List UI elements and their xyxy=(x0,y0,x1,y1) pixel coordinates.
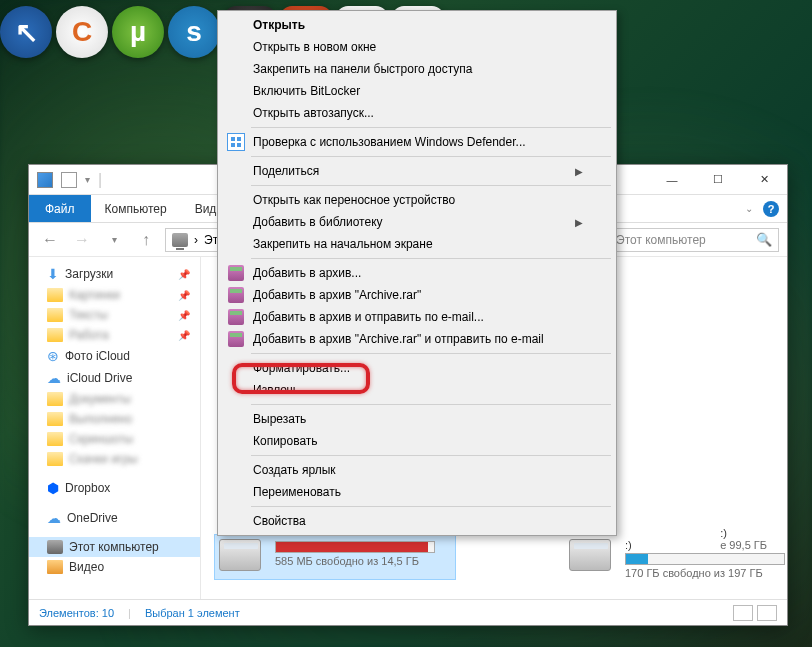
drive-free-text: 170 ГБ свободно из 197 ГБ xyxy=(625,567,785,579)
sidebar-item-2[interactable]: Картинки📌 xyxy=(29,285,200,305)
winrar-icon xyxy=(227,330,245,348)
ctx-separator xyxy=(251,156,611,157)
ctx-bitlocker[interactable]: Включить BitLocker xyxy=(221,80,613,102)
drive-usage-bar xyxy=(625,553,785,565)
ctx-archive-3[interactable]: Добавить в архив и отправить по e-mail..… xyxy=(221,306,613,328)
ctx-autorun[interactable]: Открыть автозапуск... xyxy=(221,102,613,124)
ctx-properties[interactable]: Свойства xyxy=(221,510,613,532)
sidebar-onedrive[interactable]: ☁OneDrive xyxy=(29,507,200,529)
download-icon: ⬇ xyxy=(47,266,59,282)
taskbar-icon-utorrent[interactable]: µ xyxy=(112,6,164,58)
sidebar-video[interactable]: Видео xyxy=(29,557,200,577)
ctx-cut[interactable]: Вырезать xyxy=(221,408,613,430)
tab-computer[interactable]: Компьютер xyxy=(91,195,181,222)
drive-selected[interactable]: 585 МБ свободно из 14,5 ГБ xyxy=(215,535,455,579)
sidebar-photo-icloud[interactable]: ⊛Фото iCloud xyxy=(29,345,200,367)
sidebar-item-10[interactable]: Скачки игры xyxy=(29,449,200,469)
pin-icon: 📌 xyxy=(178,330,190,341)
nav-up-button[interactable]: ↑ xyxy=(133,227,159,253)
taskbar-icon-1[interactable]: ↖ xyxy=(0,6,52,58)
sidebar-item-7[interactable]: Документы xyxy=(29,389,200,409)
maximize-button[interactable]: ☐ xyxy=(695,165,741,195)
ctx-separator xyxy=(251,258,611,259)
ctx-defender[interactable]: Проверка с использованием Windows Defend… xyxy=(221,131,613,153)
ctx-separator xyxy=(251,185,611,186)
ctx-open-new-window[interactable]: Открыть в новом окне xyxy=(221,36,613,58)
folder-icon xyxy=(47,392,63,406)
pc-icon xyxy=(172,233,188,247)
ctx-archive-4[interactable]: Добавить в архив "Archive.rar" и отправи… xyxy=(221,328,613,350)
svg-rect-3 xyxy=(237,143,241,147)
pc-icon xyxy=(47,540,63,554)
folder-icon xyxy=(47,412,63,426)
search-icon: 🔍 xyxy=(756,232,772,247)
taskbar-icon-ccleaner[interactable]: C xyxy=(56,6,108,58)
dropbox-icon: ⬢ xyxy=(47,480,59,496)
nav-history-dropdown[interactable]: ▾ xyxy=(101,227,127,253)
ctx-format[interactable]: Форматировать... xyxy=(221,357,613,379)
ctx-separator xyxy=(251,404,611,405)
ctx-pin-quick-access[interactable]: Закрепить на панели быстрого доступа xyxy=(221,58,613,80)
close-button[interactable]: ✕ xyxy=(741,165,787,195)
search-placeholder: Этот компьютер xyxy=(616,233,706,247)
ctx-open[interactable]: Открыть xyxy=(221,14,613,36)
pin-icon: 📌 xyxy=(178,310,190,321)
minimize-button[interactable]: — xyxy=(649,165,695,195)
ctx-portable-device[interactable]: Открыть как переносное устройство xyxy=(221,189,613,211)
pin-icon: 📌 xyxy=(178,290,190,301)
sidebar-icloud-drive[interactable]: ☁iCloud Drive xyxy=(29,367,200,389)
view-details-button[interactable] xyxy=(733,605,753,621)
search-input[interactable]: Этот компьютер 🔍 xyxy=(609,228,779,252)
icloud-icon: ☁ xyxy=(47,370,61,386)
sidebar-item-8[interactable]: Выполнено xyxy=(29,409,200,429)
ctx-separator xyxy=(251,506,611,507)
drive-icon xyxy=(219,539,261,571)
folder-icon xyxy=(47,432,63,446)
ctx-separator xyxy=(251,353,611,354)
drive-letter: :) xyxy=(625,539,785,551)
qat-properties-icon[interactable] xyxy=(61,172,77,188)
help-icon[interactable]: ? xyxy=(763,201,779,217)
ctx-copy[interactable]: Копировать xyxy=(221,430,613,452)
icloud-photo-icon: ⊛ xyxy=(47,348,59,364)
sidebar-item-3[interactable]: Тексты📌 xyxy=(29,305,200,325)
nav-forward-button[interactable]: → xyxy=(69,227,95,253)
status-selected: Выбран 1 элемент xyxy=(145,607,240,619)
folder-icon xyxy=(47,452,63,466)
winrar-icon xyxy=(227,264,245,282)
system-icon[interactable] xyxy=(37,172,53,188)
sidebar-item-4[interactable]: Работа📌 xyxy=(29,325,200,345)
drive-2[interactable]: :) 170 ГБ свободно из 197 ГБ xyxy=(565,535,787,579)
status-item-count: Элементов: 10 xyxy=(39,607,114,619)
chevron-right-icon: ▶ xyxy=(575,217,583,228)
context-menu: Открыть Открыть в новом окне Закрепить н… xyxy=(217,10,617,536)
ctx-separator xyxy=(251,127,611,128)
winrar-icon xyxy=(227,286,245,304)
nav-back-button[interactable]: ← xyxy=(37,227,63,253)
drive-icon xyxy=(569,539,611,571)
sidebar-dropbox[interactable]: ⬢Dropbox xyxy=(29,477,200,499)
view-icons-button[interactable] xyxy=(757,605,777,621)
video-icon xyxy=(47,560,63,574)
drive-free-text: 585 МБ свободно из 14,5 ГБ xyxy=(275,555,435,567)
ctx-shortcut[interactable]: Создать ярлык xyxy=(221,459,613,481)
ctx-rename[interactable]: Переименовать xyxy=(221,481,613,503)
ctx-share[interactable]: Поделиться▶ xyxy=(221,160,613,182)
ctx-pin-start[interactable]: Закрепить на начальном экране xyxy=(221,233,613,255)
ctx-extract[interactable]: Извлечь xyxy=(221,379,613,401)
onedrive-icon: ☁ xyxy=(47,510,61,526)
sidebar-item-9[interactable]: Скриншоты xyxy=(29,429,200,449)
qat-dropdown-icon[interactable]: ▾ xyxy=(85,174,90,185)
ribbon-expand-icon[interactable]: ⌄ xyxy=(745,203,753,214)
ctx-archive-1[interactable]: Добавить в архив... xyxy=(221,262,613,284)
tab-file[interactable]: Файл xyxy=(29,195,91,222)
ctx-add-library[interactable]: Добавить в библиотеку▶ xyxy=(221,211,613,233)
ctx-archive-2[interactable]: Добавить в архив "Archive.rar" xyxy=(221,284,613,306)
svg-rect-0 xyxy=(231,137,235,141)
nav-sidebar: ⬇Загрузки📌 Картинки📌 Тексты📌 Работа📌 ⊛Фо… xyxy=(29,257,201,599)
sidebar-downloads[interactable]: ⬇Загрузки📌 xyxy=(29,263,200,285)
taskbar-icon-skype[interactable]: s xyxy=(168,6,220,58)
pin-icon: 📌 xyxy=(178,269,190,280)
drive-usage-bar xyxy=(275,541,435,553)
sidebar-this-pc[interactable]: Этот компьютер xyxy=(29,537,200,557)
